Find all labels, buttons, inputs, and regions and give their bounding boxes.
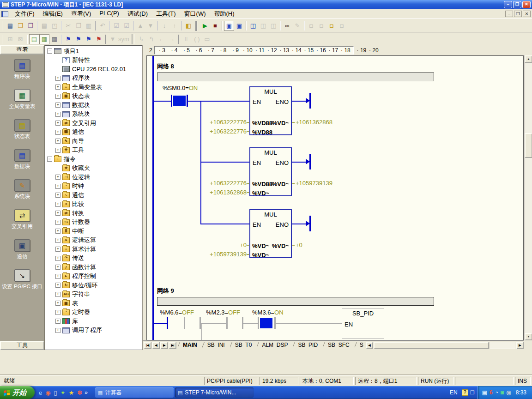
tree-expander[interactable] <box>55 238 60 243</box>
tree-expander[interactable] <box>55 247 60 252</box>
tab-nav-button[interactable]: ▶ <box>160 342 168 349</box>
speed-icon[interactable]: 6 <box>490 390 493 395</box>
tree-expander[interactable] <box>55 139 60 144</box>
tree-expander[interactable] <box>55 292 60 297</box>
block-output-operand[interactable]: %VD~ <box>272 181 289 187</box>
star-icon[interactable]: ★ <box>69 390 74 396</box>
toolbar-grip[interactable] <box>2 21 3 30</box>
tree-expander[interactable] <box>55 283 60 288</box>
tree-item[interactable]: ✚ 工具 <box>45 146 142 155</box>
download-icon[interactable]: ▼ <box>145 21 156 31</box>
tree-expander[interactable] <box>55 301 60 306</box>
tree-item[interactable]: ⇄ 转换 <box>45 209 142 218</box>
mul-block[interactable]: MUL EN ENO %VD88 %VD~ %VD88 <box>249 86 292 135</box>
mdi-close-button[interactable]: ✕ <box>523 11 531 17</box>
menu-item[interactable]: 查看(V) <box>67 9 95 19</box>
mdi-minimize-button[interactable]: – <box>505 11 513 17</box>
block-input-operand[interactable]: %VD88 <box>252 129 272 136</box>
block-input-operand[interactable]: %VD~ <box>252 252 269 259</box>
tree-item[interactable]: ◔ 定时器 <box>45 308 142 317</box>
tree-item[interactable]: ? 新特性 <box>45 56 142 65</box>
tree-expander[interactable] <box>47 48 52 54</box>
tree-item[interactable]: & 逻辑运算 <box>45 236 142 245</box>
print-preview-icon[interactable]: ◳ <box>49 21 60 31</box>
tab-nav-button[interactable]: |◀ <box>144 342 151 349</box>
menu-item[interactable]: PLC(P) <box>95 9 123 19</box>
vertical-scrollbar-thumb[interactable] <box>525 133 532 158</box>
tree-item[interactable]: ▦ 状态表 <box>45 92 142 101</box>
contact-symbol[interactable] <box>226 317 228 329</box>
sort-descending-icon[interactable]: ↑ <box>169 21 180 31</box>
tree-item[interactable]: ↻ 移位/循环 <box>45 281 142 290</box>
tree-item[interactable]: ★ 收藏夹 <box>45 164 142 173</box>
tree-expander[interactable] <box>55 202 60 207</box>
open-project-icon[interactable]: ❒ <box>15 21 25 31</box>
tree-item[interactable]: ↷ 传送 <box>45 254 142 263</box>
pou-tab[interactable]: SB_INI <box>202 341 230 350</box>
tree-expander[interactable] <box>55 229 60 234</box>
block-input-operand[interactable]: %VD88 <box>252 181 272 187</box>
tree-item[interactable]: ⇄ 交叉引用 <box>45 119 142 128</box>
desktop-tray-icon[interactable]: ❐ <box>470 390 475 396</box>
unforce-all-lock-icon[interactable]: ◘ <box>337 21 347 31</box>
block-input-operand[interactable]: %VD~ <box>252 242 269 249</box>
tree-expander[interactable] <box>55 256 60 261</box>
line-down-icon[interactable]: ↳ <box>136 34 146 44</box>
green-agent-icon[interactable]: ◙ <box>501 390 504 395</box>
media-icon[interactable]: ◉ <box>45 390 50 396</box>
previous-bookmark-icon[interactable]: ⚑ <box>84 34 94 44</box>
scroll-up-button[interactable]: ▲ <box>525 55 532 63</box>
network-title[interactable]: 网络 9 <box>157 287 174 295</box>
pou-tab[interactable]: SB_SFC <box>323 341 355 350</box>
help-tray-icon[interactable]: ? <box>462 389 468 396</box>
tree-item[interactable]: 数据块 <box>45 101 142 110</box>
view-set-pg-pc-interface[interactable]: ↘ 设置 PG/PC 接口 <box>2 269 42 290</box>
view-global-variable-table[interactable]: ▦ 全局变量表 <box>9 89 36 110</box>
tree-expander[interactable] <box>55 175 60 180</box>
menu-item[interactable]: 调试(D) <box>123 9 152 19</box>
tree-item[interactable]: +1 计数器 <box>45 218 142 227</box>
tools-bar-button[interactable]: 工具 <box>0 341 44 350</box>
tree-expander[interactable] <box>55 310 60 315</box>
tab-nav-button[interactable]: ◀ <box>152 342 160 349</box>
tree-item[interactable]: ≡ 全局变量表 <box>45 83 142 92</box>
mul-block[interactable]: MUL EN ENO %VD~ %VD~ %VD~ <box>249 209 292 258</box>
view-bar-header[interactable]: 查看 <box>0 45 44 54</box>
block-output-operand[interactable]: %VD~ <box>272 120 289 127</box>
tree-expander[interactable] <box>55 193 60 198</box>
horizontal-scrollbar-track[interactable] <box>489 342 515 349</box>
contact-symbol[interactable] <box>258 317 259 329</box>
volume-icon[interactable]: ◎ <box>506 390 511 395</box>
unforce-lock-icon[interactable]: ◘ <box>316 21 326 31</box>
paste-icon[interactable]: ▥ <box>84 21 94 31</box>
tree-expander[interactable] <box>55 211 60 216</box>
contact-symbol[interactable] <box>184 317 185 329</box>
tree-expander[interactable] <box>47 157 52 162</box>
pause-program-status-icon[interactable]: ▣ <box>234 21 244 31</box>
bird-icon[interactable]: ✦ <box>60 390 66 396</box>
menu-item[interactable]: 窗口(W) <box>180 9 210 19</box>
view-program-block[interactable]: ▤ 程序块 <box>14 59 30 80</box>
tree-item[interactable]: ƒ 函数计算 <box>45 263 142 272</box>
cut-icon[interactable]: ✂ <box>63 21 73 31</box>
line-right-icon[interactable]: → <box>167 34 177 44</box>
view-symbol-info-icon[interactable]: ▦ <box>49 34 60 44</box>
taskbar-task-button[interactable]: ▤STEP 7-Micro/WIN... <box>175 387 254 398</box>
tree-item[interactable]: 库 <box>45 317 142 326</box>
undo-icon[interactable]: ↶ <box>97 21 108 31</box>
tree-item[interactable]: 系统块 <box>45 110 142 119</box>
menu-item[interactable]: 编辑(E) <box>39 9 67 19</box>
view-cross-reference[interactable]: ⇄ 交叉引用 <box>12 209 33 230</box>
sb-pid-block[interactable]: SB_PID EN <box>342 308 384 339</box>
options-icon[interactable]: ◧ <box>183 21 193 31</box>
quicklaunch-overflow-chevron[interactable]: » <box>85 390 88 395</box>
menu-item[interactable]: 工具(T) <box>152 9 180 19</box>
block-output-operand[interactable]: %VD~ <box>272 242 289 249</box>
stop-icon[interactable]: ■ <box>210 21 220 31</box>
next-bookmark-icon[interactable]: ⚑ <box>73 34 84 44</box>
ladder-canvas[interactable]: 网络 8 %SM0.0=ON MUL EN ENO %VD88 %VD~ <box>146 55 524 340</box>
tree-expander[interactable] <box>55 121 60 126</box>
pou-tab[interactable]: SB_T0 <box>230 341 257 350</box>
view-system-block[interactable]: ✎ 系统块 <box>14 179 30 200</box>
clear-bookmarks-icon[interactable]: ⚑ <box>94 34 104 44</box>
